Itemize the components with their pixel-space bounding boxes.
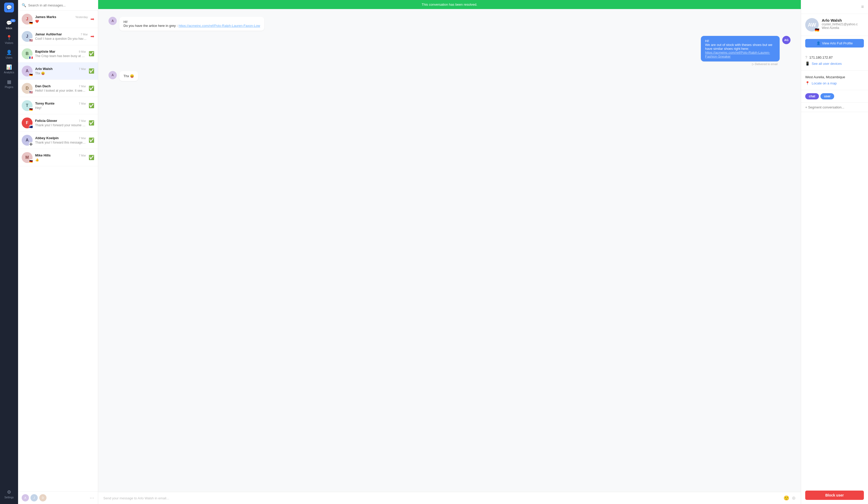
conv-name-baptiste: Baptiste Mar xyxy=(35,50,55,53)
conv-item-arlo[interactable]: A🇩🇪 Arlo Walsh 7 Mar Thx 😛 ✅ xyxy=(18,63,98,80)
tab-user[interactable]: user xyxy=(820,93,834,99)
conv-time-james: Yesterday xyxy=(75,15,88,19)
nav-settings-label: Settings xyxy=(4,496,14,499)
message-row-3: A Thx 😛 xyxy=(108,71,790,81)
nav-analytics[interactable]: 📊 Analytics xyxy=(0,62,18,76)
app-logo: 💬 xyxy=(4,3,14,12)
msg-bubble-3: Thx 😛 xyxy=(119,71,138,81)
nav-users-label: Users xyxy=(6,56,12,59)
conv-status-jamar: ➡ xyxy=(90,34,94,39)
msg-avatar-customer-1: A xyxy=(108,17,117,25)
profile-location: West Aurelia xyxy=(822,26,864,30)
conv-preview-james: ❤️ xyxy=(35,20,88,23)
device-icon: 📱 xyxy=(805,61,809,65)
left-nav: 💬 💬 Inbox 26 📍 Visitors 👤 Users 📊 Analyt… xyxy=(0,0,18,504)
conv-time-torey: 7 Mar xyxy=(79,102,86,105)
avatar-felicia: F🇳🇿 xyxy=(22,117,32,128)
conv-item-felicia[interactable]: F🇳🇿 Felicia Glover 7 Mar Thank you! I fo… xyxy=(18,114,98,132)
resolved-banner: This conversation has been resolved. xyxy=(98,0,801,9)
conv-item-torey[interactable]: T🇩🇪 Torey Runte 7 Mar Hey! ✅ xyxy=(18,97,98,114)
avatar-james: J🇩🇪 xyxy=(22,14,32,24)
segment-input[interactable] xyxy=(805,105,864,109)
avatar-baptiste: B🇫🇷 xyxy=(22,48,32,59)
nav-users[interactable]: 👤 Users xyxy=(0,47,18,62)
ip-address: 171.180.172.87 xyxy=(809,55,833,59)
see-devices-link[interactable]: See all user devices xyxy=(812,62,842,65)
avatar-torey: T🇩🇪 xyxy=(22,100,32,111)
msg-link-2[interactable]: https://acmeinc.com/ref/Polo-Ralph-Laure… xyxy=(705,51,770,59)
mini-avatar-1: A xyxy=(22,494,29,501)
flag-abbey: ➕ xyxy=(29,142,33,146)
search-input[interactable] xyxy=(28,3,94,7)
nav-settings[interactable]: ⚙ Settings xyxy=(4,487,14,501)
conv-preview-abbey: Thank you! I forward this message to dev… xyxy=(35,141,86,144)
msg-bubble-1: Hi! Do you have the artice here in grey … xyxy=(119,17,264,31)
view-profile-button[interactable]: 👤 View Arlo Full Profile xyxy=(805,39,864,48)
avatar-abbey: A➕ xyxy=(22,135,32,146)
conv-item-abbey[interactable]: A➕ Abbey Koelpin 7 Mar Thank you! I forw… xyxy=(18,132,98,149)
locate-on-map-link[interactable]: Locate on a map xyxy=(812,81,837,85)
profile-flag: 🇩🇪 xyxy=(815,28,819,32)
emoji-icon[interactable]: 🙂 xyxy=(784,495,789,501)
conv-name-mike: Mike Hills xyxy=(35,154,51,157)
visitors-icon: 📍 xyxy=(6,35,12,41)
conv-content-felicia: Felicia Glover 7 Mar Thank you! I forwar… xyxy=(35,119,86,127)
locate-row: 📍 Locate on a map xyxy=(805,80,864,86)
conv-name-felicia: Felicia Glover xyxy=(35,119,57,123)
conv-item-mike[interactable]: M🇩🇪 Mike Hills 7 Mar 👍 ✅ xyxy=(18,149,98,166)
search-icon: 🔍 xyxy=(22,3,26,7)
hamburger-icon[interactable]: ≡ xyxy=(861,4,864,10)
msg-link-1[interactable]: https://acmeinc.com/ref/Polo-Ralph-Laure… xyxy=(178,24,260,28)
block-user-section: Block user xyxy=(801,486,868,504)
conv-time-arlo: 7 Mar xyxy=(79,67,86,71)
flag-felicia: 🇳🇿 xyxy=(29,125,33,129)
chat-input[interactable] xyxy=(103,496,781,500)
nav-visitors[interactable]: 📍 Visitors xyxy=(0,32,18,47)
conv-status-mike: ✅ xyxy=(89,155,94,160)
conv-content-james: James Marks Yesterday ❤️ xyxy=(35,15,88,23)
location-section: West Aurelia, Mozambique 📍 Locate on a m… xyxy=(801,71,868,90)
profile-avatar: AW 🇩🇪 xyxy=(805,18,819,32)
nav-inbox[interactable]: 💬 Inbox 26 xyxy=(0,18,18,32)
delivered-label: ▷ Delivered to email xyxy=(752,63,790,66)
conversation-list: 🔍 J🇩🇪 James Marks Yesterday ❤️ ➡ J🇺🇸 xyxy=(18,0,98,504)
conv-name-dan: Dan Dach xyxy=(35,84,51,88)
geo-location: West Aurelia, Mozambique xyxy=(805,75,845,79)
nav-plugins-label: Plugins xyxy=(5,86,13,88)
avatar-jamar: J🇺🇸 xyxy=(22,31,32,42)
conv-name-abbey: Abbey Koelpin xyxy=(35,136,59,140)
block-user-button[interactable]: Block user xyxy=(805,491,864,500)
status-icon-jamar: ➡ xyxy=(90,34,94,39)
status-icon-felicia: ✅ xyxy=(89,120,94,125)
tab-chat[interactable]: chat xyxy=(805,93,819,99)
ip-row: ? 171.180.172.87 xyxy=(805,54,864,61)
conv-item-dan[interactable]: D🇺🇸 Dan Dach 7 Mar Hello! I looked at yo… xyxy=(18,80,98,97)
conv-status-torey: ✅ xyxy=(89,103,94,108)
nav-plugins[interactable]: ▦ Plugins xyxy=(0,76,18,91)
mini-avatar-2: J xyxy=(30,494,38,501)
conv-preview-torey: Hey! xyxy=(35,106,86,110)
chat-main: This conversation has been resolved. A H… xyxy=(98,0,801,504)
flag-arlo: 🇩🇪 xyxy=(29,73,33,77)
conv-item-jamar[interactable]: J🇺🇸 Jamar Aufderhar 7 Mar Cool! I have a… xyxy=(18,28,98,45)
chat-input-bar: 🙂 ⊕ xyxy=(98,492,801,504)
status-icon-baptiste: ✅ xyxy=(89,51,94,56)
conv-preview-mike: 👍 xyxy=(35,158,86,162)
conv-status-abbey: ✅ xyxy=(89,137,94,143)
mini-avatar-3: D xyxy=(39,494,46,501)
conv-preview-dan: Hello! I looked at your order. It seems … xyxy=(35,89,86,92)
conv-content-abbey: Abbey Koelpin 7 Mar Thank you! I forward… xyxy=(35,136,86,144)
status-icon-abbey: ✅ xyxy=(89,138,94,143)
message-row-2: Hi! We are out of stock with theses shoe… xyxy=(659,36,790,61)
users-icon: 👤 xyxy=(6,50,12,55)
attach-icon[interactable]: ⊕ xyxy=(792,495,796,501)
conv-status-arlo: ✅ xyxy=(89,68,94,74)
conv-preview-felicia: Thank you! I forward your resume to the … xyxy=(35,123,86,127)
conv-content-mike: Mike Hills 7 Mar 👍 xyxy=(35,154,86,162)
avatar-arlo: A🇩🇪 xyxy=(22,65,32,76)
geo-row: West Aurelia, Mozambique xyxy=(805,74,864,80)
conv-item-james[interactable]: J🇩🇪 James Marks Yesterday ❤️ ➡ xyxy=(18,11,98,28)
more-button[interactable]: ⋯ xyxy=(90,495,94,501)
status-icon-mike: ✅ xyxy=(89,155,94,160)
conv-item-baptiste[interactable]: B🇫🇷 Baptiste Mar 9 Mar The Crisp team ha… xyxy=(18,45,98,63)
